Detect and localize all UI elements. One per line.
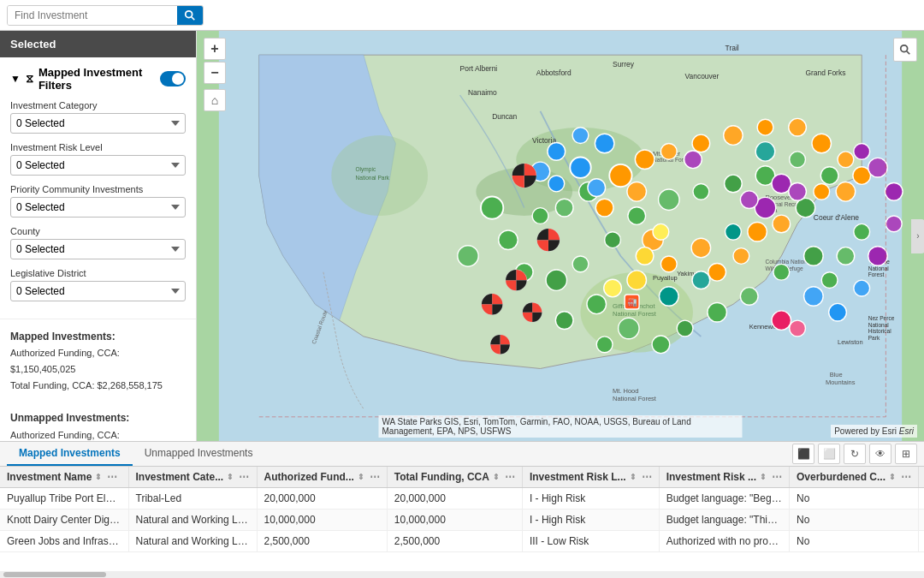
mapped-investments-title: Mapped Investments: [10,328,186,345]
sort-icon-risk: ⇕ [760,473,767,481]
svg-point-130 [636,247,654,265]
svg-point-77 [609,164,631,187]
map-controls: + − ⌂ [204,38,226,111]
svg-text:Lewiston: Lewiston [838,338,863,346]
col-menu-category[interactable]: ⋯ [239,471,249,483]
map-svg: Gifford Pinchot National Forest Olympic … [197,31,924,441]
main-area: Selected ▼ ⧖ Mapped Investment Filters I… [0,31,924,441]
sort-icon-risk-l: ⇕ [630,473,637,481]
svg-point-95 [692,134,710,152]
sort-icon-overburdened: ⇕ [889,473,896,481]
svg-point-66 [820,167,838,185]
col-investment-risk-l[interactable]: Investment Risk L... ⇕ ⋯ [522,467,659,488]
sidebar-expand-handle[interactable]: › [911,219,924,253]
col-authorized-funding[interactable]: Authorized Fund... ⇕ ⋯ [257,467,387,488]
filter-investment-category-label: Investment Category [10,100,186,110]
col-investment-risk[interactable]: Investment Risk ... ⇕ ⋯ [659,467,789,488]
col-menu-overburdened[interactable]: ⋯ [901,471,911,483]
svg-point-87 [814,183,830,200]
powered-by: Powered by Esri Esri [831,425,917,438]
scrollbar-thumb[interactable] [3,572,106,577]
col-investment-category[interactable]: Investment Cate... ⇕ ⋯ [128,467,257,488]
unmapped-auth-funding: Authorized Funding, CCA: $1,991,893,804 [10,427,186,441]
col-menu-investment-name[interactable]: ⋯ [107,471,117,483]
horizontal-scrollbar[interactable] [0,571,924,578]
svg-point-88 [836,182,856,202]
svg-point-55 [619,318,639,338]
search-input[interactable] [8,6,177,25]
map-container[interactable]: Gifford Pinchot National Forest Olympic … [197,31,924,441]
bottom-panel: Mapped Investments Unmapped Investments … [0,441,924,578]
svg-text:National Forest: National Forest [613,395,657,402]
filter-toggle[interactable] [160,71,186,86]
svg-point-52 [587,295,607,314]
zoom-in-button[interactable]: + [204,38,226,60]
col-menu-risk-l[interactable]: ⋯ [642,471,652,483]
svg-point-92 [789,118,807,136]
table-header-row: Investment Name ⇕ ⋯ Investment Cate... ⇕… [0,467,924,488]
refresh-button[interactable]: ↻ [844,444,866,464]
zoom-out-button[interactable]: − [204,62,226,84]
svg-text:Port Alberni: Port Alberni [460,64,498,73]
view-button[interactable]: 👁 [869,444,891,464]
svg-point-119 [868,158,888,177]
svg-text:🏭: 🏭 [627,297,637,307]
svg-point-51 [572,256,589,272]
svg-point-124 [772,311,791,331]
filter-investment-category-select[interactable]: 0 Selected [10,113,186,134]
table-cell: 2,500,000 [387,531,522,552]
svg-text:Coeur d'Alene: Coeur d'Alene [814,213,860,222]
tab-unmapped-investments[interactable]: Unmapped Investments [133,442,265,466]
svg-point-58 [708,302,727,322]
table-cell: III - Low Risk [522,531,659,552]
filter-risk-level-label: Investment Risk Level [10,142,186,152]
svg-text:Duncan: Duncan [492,112,517,121]
col-tribal-l[interactable]: Tribal-L ⇕ [919,467,924,488]
svg-point-132 [627,271,647,290]
svg-point-81 [660,256,677,272]
col-total-funding[interactable]: Total Funding, CCA ⇕ ⋯ [387,467,522,488]
svg-point-97 [635,150,654,170]
svg-point-99 [588,179,606,197]
selected-header: Selected [0,31,196,57]
expand-button[interactable]: ⬜ [818,444,840,464]
map-search-button[interactable] [893,38,917,62]
svg-point-102 [548,143,566,161]
svg-point-78 [627,182,647,202]
svg-point-72 [628,207,646,225]
filter-legislative-district-select[interactable]: 0 Selected [10,281,186,301]
map-attribution: WA State Parks GIS, Esri, TomTom, Garmin… [379,415,743,438]
table-row[interactable]: Puyallup Tribe Port Electrifi...Tribal-L… [0,488,924,509]
filter-risk-level-select[interactable]: 0 Selected [10,155,186,176]
col-menu-risk[interactable]: ⋯ [772,471,782,483]
table-row[interactable]: Knott Dairy Center Digest...Natural and … [0,509,924,531]
table-cell: Budget language: "This se... [659,509,789,531]
filter-county-select[interactable]: 0 Selected [10,239,186,259]
col-menu-total-funding[interactable]: ⋯ [505,471,515,483]
svg-point-103 [572,128,589,144]
col-investment-name[interactable]: Investment Name ⇕ ⋯ [0,467,128,488]
search-box[interactable] [7,5,204,26]
mapped-total-funding: Total Funding, CCA: $2,268,558,175 [10,378,186,394]
svg-point-82 [691,238,711,258]
collapse-button[interactable]: ⬛ [792,444,814,464]
table-body: Puyallup Tribe Port Electrifi...Tribal-L… [0,488,924,552]
svg-point-76 [532,208,548,224]
svg-point-47 [499,230,518,250]
col-overburdened[interactable]: Overburdened C... ⇕ ⋯ [790,467,919,488]
table-cell: 20,000,000 [257,488,387,509]
mapped-auth-funding: Authorized Funding, CCA: $1,150,405,025 [10,345,186,377]
sort-icon-investment-name: ⇕ [95,473,102,481]
col-menu-auth-funding[interactable]: ⋯ [370,471,380,483]
data-table: Investment Name ⇕ ⋯ Investment Cate... ⇕… [0,467,924,571]
svg-point-62 [821,272,838,289]
search-button[interactable] [177,6,203,25]
svg-text:Trail: Trail [726,44,739,52]
tab-mapped-investments[interactable]: Mapped Investments [7,442,133,466]
grid-button[interactable]: ⊞ [895,444,917,464]
home-button[interactable]: ⌂ [204,89,226,111]
svg-text:Grand Forks: Grand Forks [805,69,845,77]
filter-priority-community-select[interactable]: 0 Selected [10,197,186,217]
table-row[interactable]: Green Jobs and Infrastruct...Natural and… [0,531,924,552]
sort-icon-total-funding: ⇕ [493,473,500,481]
